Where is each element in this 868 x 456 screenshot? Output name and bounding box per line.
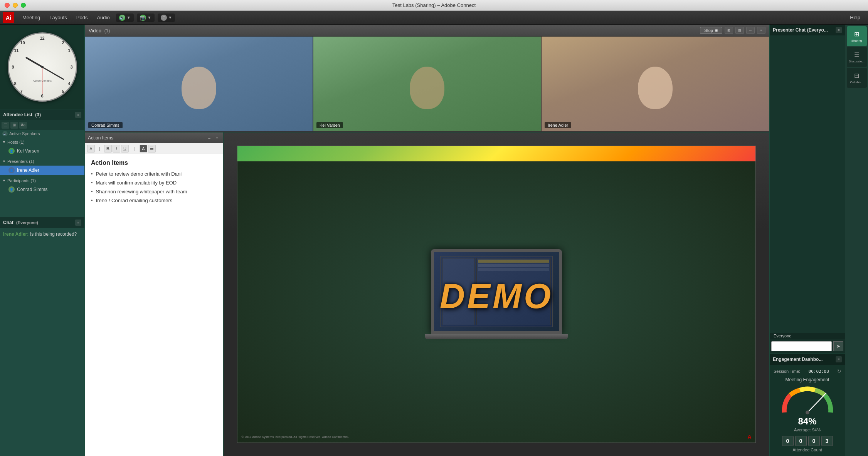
menu-audio[interactable]: Audio [93,13,113,22]
bullet-3: • [91,189,93,194]
sidebar-tab-collaboration[interactable]: ⊟ Collabo... [847,68,867,88]
gauge-orange [790,390,800,395]
notes-underline[interactable]: U [121,145,129,153]
notes-list[interactable]: ☰ [148,145,156,153]
participants-section-header[interactable]: ▼ Participants (1) [0,176,84,185]
attendee-view-grid[interactable]: ⊞ [10,122,18,129]
chat-input-field[interactable] [771,341,832,351]
laptop-container: DEMO [425,249,568,339]
bullet-1: • [91,171,93,177]
demo-text: DEMO [440,277,553,316]
attendee-menu-btn[interactable]: ≡ [75,112,81,118]
feed-3-face-sim [638,67,673,109]
attendee-kel-varsen[interactable]: 👤 Kel Varsen [0,146,84,156]
action-items-pod-title: Action Items [88,135,113,141]
attendee-irene-adler[interactable]: 👤 Irene Adler [0,166,84,175]
sidebar-tab-sharing[interactable]: ⊞ Sharing [847,26,867,46]
menu-meeting[interactable]: Meeting [19,13,44,22]
engagement-title: Engagement Dashbo... [773,357,823,362]
attendee-conrad-simms[interactable]: 👤 Conrad Simms [0,185,84,194]
action-items-minimize[interactable]: – [206,135,212,141]
chat-header: Chat (Everyone) ≡ [0,217,84,228]
menu-help[interactable]: Help [845,13,865,22]
stop-icon: ⏹ [715,28,718,32]
attendee-view-list[interactable]: ☰ [2,122,9,129]
action-item-4: • Irene / Conrad emailing customers [91,198,217,203]
notes-separator-1: | [96,145,103,153]
sidebar-tab-discussion[interactable]: ☰ Discussio... [847,47,867,67]
feed-2-visual [313,37,541,131]
hosts-section-header[interactable]: ▼ Hosts (1) [0,138,84,146]
video-layout-btn-3[interactable]: ↔ [746,27,755,34]
audio-btn[interactable]: 🔊 ▼ [116,13,134,22]
percent-display: 84% [774,416,841,427]
video-feed-2: Kel Varsen [313,36,541,132]
feed-2-face-sim [410,67,444,109]
notes-font-size-down[interactable]: A [87,145,95,153]
presenters-section: ▼ Presenters (1) 👤 Irene Adler [0,156,84,176]
presenter-chat-menu[interactable]: ≡ [836,27,842,33]
clock-face: 12 3 6 9 2 10 1 11 4 8 5 7 Adobe Connect [8,32,77,102]
slide-top-bar [237,146,755,161]
action-item-1: • Peter to review demo criteria with Dan… [91,171,217,177]
left-panel: 12 3 6 9 2 10 1 11 4 8 5 7 Adobe Connect [0,25,85,456]
conrad-name: Conrad Simms [17,187,47,192]
attendee-view-names[interactable]: Aa [19,122,27,129]
notes-bold[interactable]: B [104,145,112,153]
average-display: Average: 94% [774,428,841,432]
menu-pods[interactable]: Pods [72,13,92,22]
chat-send-button[interactable]: ➤ [833,341,843,351]
slide-footer: © 2017 Adobe Systems Incorporated. All R… [237,433,755,440]
session-time-row: Session Time: 00:02:08 ↻ [774,369,841,374]
engagement-menu[interactable]: ≡ [836,356,842,362]
screen-row-2 [478,264,549,267]
adobe-logo-slide: A [747,434,751,440]
session-label: Session Time: [774,369,800,374]
notes-italic[interactable]: I [113,145,120,153]
participants-section: ▼ Participants (1) 👤 Conrad Simms [0,176,84,195]
refresh-icon[interactable]: ↻ [837,369,841,374]
audio-controls: 🔊 ▼ [116,13,134,22]
menu-bar: Ai Meeting Layouts Pods Audio 🔊 ▼ 📷 ▼ ⤴ … [0,11,868,25]
notes-color[interactable]: A [140,145,147,153]
stop-button[interactable]: Stop ⏹ [700,27,722,34]
action-items-menu[interactable]: ≡ [214,135,220,141]
video-layout-btn-1[interactable]: ⊞ [725,27,733,34]
attendee-list-tools: ≡ [75,112,81,118]
window-title: Test Labs (Sharing) – Adobe Connect [392,2,476,8]
center-area: Video (1) Stop ⏹ ⊞ ⊟ ↔ ≡ [85,25,769,456]
chat-input-area: ➤ [770,339,845,354]
presenters-section-header[interactable]: ▼ Presenters (1) [0,157,84,166]
menu-layouts[interactable]: Layouts [45,13,71,22]
hosts-label: Hosts (1) [7,140,25,144]
maximize-button[interactable] [21,3,26,8]
everyone-badge[interactable]: Everyone [770,333,845,339]
sharing-tab-label: Sharing [851,39,862,42]
close-button[interactable] [5,3,10,8]
attendee-count-label: Attendee Count [774,448,841,452]
gauge-wrapper [781,386,834,414]
clock-num-12: 12 [40,36,44,40]
feed-1-visual [85,37,313,131]
feed-1-face-sim [182,67,216,109]
gauge-container [774,386,841,414]
count-digit-1: 0 [782,436,794,446]
video-pod: Video (1) Stop ⏹ ⊞ ⊟ ↔ ≡ [85,25,769,132]
gauge-center [806,411,809,414]
share-btn[interactable]: ⤴ ▼ [158,13,175,22]
video-btn[interactable]: 📷 ▼ [137,13,155,22]
minimize-button[interactable] [13,3,18,8]
count-digit-3: 0 [808,436,820,446]
attendee-list-header: Attendee List (3) ≡ [0,109,84,120]
clock-num-5: 5 [62,89,64,94]
clock-num-3: 3 [70,65,72,69]
chat-menu-btn[interactable]: ≡ [75,220,81,226]
discussion-tab-icon: ☰ [854,51,860,59]
video-menu-btn[interactable]: ≡ [757,27,765,34]
speaker-icon: 🔊 [119,15,125,21]
traffic-lights[interactable] [5,3,26,8]
video-controls: 📷 ▼ [137,13,155,22]
video-layout-btn-2[interactable]: ⊟ [735,27,744,34]
engagement-content: Session Time: 00:02:08 ↻ Meeting Engagem… [770,365,845,456]
notes-content: Action Items • Peter to review demo crit… [85,154,223,456]
